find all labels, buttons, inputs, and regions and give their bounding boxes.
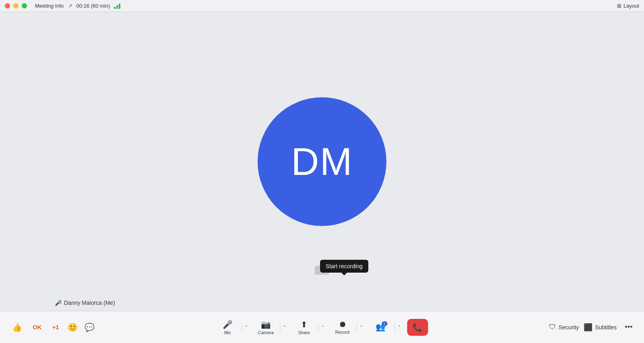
main-area: DM 🎤̶ Danny Maiorca (Me) ∨ Start recordi… bbox=[0, 12, 644, 311]
end-call-button[interactable]: 📞 bbox=[407, 319, 428, 336]
share-icon: ↗ bbox=[68, 3, 72, 9]
more-button[interactable]: ••• bbox=[621, 320, 636, 335]
signal-bar-3 bbox=[119, 4, 120, 9]
sidebar-left bbox=[0, 12, 48, 311]
mic-off-icon: 🎤̶ bbox=[55, 300, 62, 306]
plus-one-button[interactable]: +1 bbox=[48, 321, 63, 333]
security-button[interactable]: 🛡 Security bbox=[549, 323, 579, 331]
tooltip-text: Start recording bbox=[326, 263, 363, 269]
layout-button[interactable]: ⊞ Layout bbox=[617, 3, 639, 9]
participants-button[interactable]: 👥 1 bbox=[367, 320, 395, 335]
signal-bar-2 bbox=[116, 5, 118, 9]
close-button[interactable] bbox=[5, 3, 10, 8]
mic-chevron-icon: ⌃ bbox=[245, 325, 248, 329]
avatar-initials: DM bbox=[291, 140, 353, 184]
share-chevron[interactable]: ⌃ bbox=[318, 322, 327, 332]
plus-one-label: +1 bbox=[52, 324, 59, 331]
camera-chevron[interactable]: ⌃ bbox=[280, 322, 289, 332]
subtitles-label: Subtitles bbox=[595, 324, 617, 331]
more-icon: ••• bbox=[625, 323, 633, 331]
minimize-button[interactable] bbox=[13, 3, 19, 8]
mic-button[interactable]: 🎤 Mic bbox=[214, 317, 242, 337]
record-label: Record bbox=[335, 330, 349, 335]
titlebar: Meeting Info ↗ 00:16 (60 min) ⊞ Layout bbox=[0, 0, 644, 12]
camera-icon: 📷 bbox=[261, 320, 271, 329]
record-chevron[interactable]: ⌃ bbox=[357, 322, 365, 332]
camera-label: Camera bbox=[258, 330, 274, 335]
thumbs-up-button[interactable]: 👍 bbox=[8, 320, 26, 335]
mic-label: Mic bbox=[224, 330, 231, 335]
subtitles-button[interactable]: ⬛ Subtitles bbox=[584, 323, 617, 332]
record-icon: ⏺ bbox=[339, 320, 347, 329]
security-icon: 🛡 bbox=[549, 323, 556, 331]
layout-label: Layout bbox=[623, 3, 639, 9]
participants-chevron-icon: ⌃ bbox=[398, 325, 401, 329]
share-chevron-icon: ⌃ bbox=[321, 325, 324, 329]
mic-icon: 🎤 bbox=[223, 320, 233, 329]
emoji-button[interactable]: 🙂 bbox=[66, 320, 80, 335]
share-group: ⬆ Share ⌃ bbox=[290, 317, 327, 337]
titlebar-center: Meeting Info ↗ 00:16 (60 min) bbox=[35, 3, 120, 9]
toolbar-right: 🛡 Security ⬛ Subtitles ••• bbox=[549, 320, 636, 335]
video-area: DM 🎤̶ Danny Maiorca (Me) ∨ Start recordi… bbox=[48, 12, 596, 311]
subtitles-icon: ⬛ bbox=[584, 323, 592, 332]
signal-bars bbox=[114, 3, 120, 9]
security-label: Security bbox=[559, 324, 579, 331]
emoji-icon: 🙂 bbox=[68, 322, 78, 332]
mic-chevron[interactable]: ⌃ bbox=[242, 322, 250, 332]
share-label: Share bbox=[298, 330, 310, 335]
toolbar-center: 🎤 Mic ⌃ 📷 Camera ⌃ ⬆ Share ⌃ bbox=[214, 317, 431, 337]
maximize-button[interactable] bbox=[22, 3, 27, 8]
toolbar-left: 👍 OK +1 🙂 💬 bbox=[8, 320, 97, 335]
ok-label: OK bbox=[33, 324, 42, 331]
layout-grid-icon: ⊞ bbox=[617, 3, 621, 9]
tooltip-container: Start recording bbox=[320, 260, 368, 273]
camera-button[interactable]: 📷 Camera bbox=[252, 317, 280, 337]
mic-group: 🎤 Mic ⌃ bbox=[214, 317, 250, 337]
ok-button[interactable]: OK bbox=[29, 321, 46, 333]
participant-name: 🎤̶ Danny Maiorca (Me) bbox=[55, 300, 115, 306]
signal-bar-1 bbox=[114, 7, 116, 9]
meeting-info-link[interactable]: Meeting Info bbox=[35, 3, 64, 9]
camera-group: 📷 Camera ⌃ bbox=[252, 317, 289, 337]
thumbs-up-icon: 👍 bbox=[12, 322, 22, 332]
tooltip-box: Start recording bbox=[320, 260, 368, 273]
end-call-icon: 📞 bbox=[413, 322, 423, 332]
share-button[interactable]: ⬆ Share bbox=[290, 317, 318, 337]
toolbar: 👍 OK +1 🙂 💬 🎤 Mic ⌃ 📷 bbox=[0, 311, 644, 343]
participants-badge: 1 bbox=[382, 321, 387, 326]
chat-icon: 💬 bbox=[85, 322, 95, 332]
record-button[interactable]: ⏺ Record bbox=[328, 317, 357, 337]
timer: 00:16 (60 min) bbox=[76, 3, 110, 9]
participant-name-text: Danny Maiorca (Me) bbox=[64, 300, 115, 306]
camera-chevron-icon: ⌃ bbox=[283, 325, 286, 329]
traffic-lights bbox=[5, 3, 27, 8]
sidebar-right bbox=[596, 12, 644, 311]
record-group: ⏺ Record ⌃ bbox=[328, 317, 365, 337]
share-icon: ⬆ bbox=[301, 320, 308, 329]
record-chevron-icon: ⌃ bbox=[359, 325, 363, 329]
chat-button[interactable]: 💬 bbox=[83, 320, 97, 335]
participants-group: 👥 1 ⌃ bbox=[367, 320, 403, 335]
avatar: DM bbox=[258, 97, 386, 226]
participants-chevron[interactable]: ⌃ bbox=[395, 322, 403, 332]
participants-icon: 👥 1 bbox=[376, 322, 386, 332]
